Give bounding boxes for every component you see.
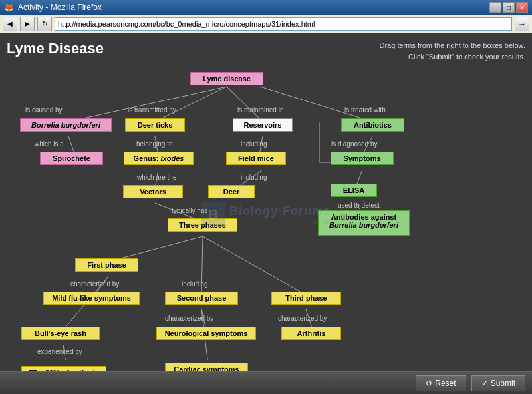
forward-button[interactable]: ▶ [20, 17, 35, 31]
node-field-mice[interactable]: Field mice [226, 152, 286, 165]
close-button[interactable]: ✕ [516, 2, 528, 13]
node-elisa[interactable]: ELISA [331, 184, 377, 197]
node-first-phase[interactable]: First phase [75, 258, 138, 272]
submit-label: Submit [491, 379, 515, 388]
node-patients[interactable]: 75 – 80% of patients [21, 366, 106, 371]
node-genus-ixodes[interactable]: Genus: Ixodes [124, 152, 194, 165]
node-mild-flu[interactable]: Mild flu-like symptoms [43, 292, 140, 305]
node-lyme-disease[interactable]: Lyme disease [190, 72, 263, 85]
go-button[interactable]: → [515, 17, 529, 31]
address-input[interactable] [55, 17, 512, 31]
node-three-phases[interactable]: Three phases [168, 218, 237, 232]
concept-map: is caused by is transmitted by is mainta… [7, 69, 525, 360]
reset-icon: ↺ [426, 379, 432, 388]
title-bar: 🦊 Activity - Mozilla Firefox _ □ ✕ [0, 0, 532, 15]
firefox-icon: 🦊 [4, 3, 14, 12]
node-arthritis[interactable]: Arthritis [281, 327, 341, 340]
reset-button[interactable]: ↺ Reset [416, 375, 466, 391]
page-title: Lyme Disease [7, 40, 104, 57]
node-neurological[interactable]: Neurological symptoms [156, 327, 256, 340]
window-title: Activity - Mozilla Firefox [18, 3, 489, 12]
instructions: Drag terms from the right to the boxes b… [380, 40, 526, 62]
submit-button[interactable]: ✓ Submit [471, 375, 525, 391]
node-borrelia[interactable]: Borrelia burgdorferi [20, 118, 112, 132]
reset-label: Reset [435, 379, 456, 388]
content-area: Lyme Disease Drag terms from the right t… [0, 33, 532, 371]
node-second-phase[interactable]: Second phase [165, 292, 238, 305]
bottom-toolbar: ↺ Reset ✓ Submit [0, 371, 532, 394]
node-third-phase[interactable]: Third phase [271, 292, 341, 305]
node-deer[interactable]: Deer [208, 185, 255, 198]
submit-icon: ✓ [481, 379, 488, 388]
node-reservoirs[interactable]: Reservoirs [233, 118, 293, 132]
node-antibodies[interactable]: Antibodies against Borrelia burgdorferi [318, 210, 410, 236]
reload-button[interactable]: ↻ [37, 17, 52, 31]
node-cardiac[interactable]: Cardiac symptoms [165, 363, 248, 371]
node-vectors[interactable]: Vectors [123, 185, 183, 198]
page-header: Lyme Disease Drag terms from the right t… [7, 40, 525, 62]
node-deer-ticks[interactable]: Deer ticks [125, 118, 185, 132]
nodes-layer: Lyme disease Borrelia burgdorferi Deer t… [7, 69, 525, 360]
address-bar: ◀ ▶ ↻ → [0, 15, 532, 33]
node-antibiotics[interactable]: Antibiotics [341, 118, 404, 132]
node-spirochete[interactable]: Spirochete [40, 152, 103, 165]
minimize-button[interactable]: _ [489, 2, 501, 13]
node-bulls-eye[interactable]: Bull's-eye rash [21, 327, 100, 340]
maximize-button[interactable]: □ [503, 2, 515, 13]
node-symptoms[interactable]: Symptoms [331, 152, 394, 165]
back-button[interactable]: ◀ [3, 17, 17, 31]
window-controls[interactable]: _ □ ✕ [489, 2, 528, 13]
